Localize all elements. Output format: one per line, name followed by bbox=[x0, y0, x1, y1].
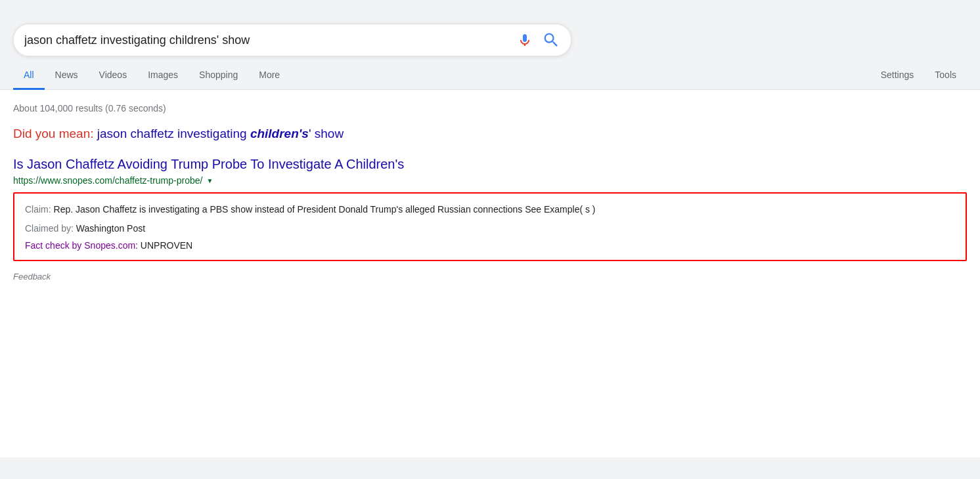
search-bar-wrapper bbox=[0, 13, 980, 56]
nav-tabs: All News Videos Images Shopping More Set… bbox=[0, 62, 980, 90]
microphone-icon[interactable] bbox=[517, 32, 533, 48]
tab-news[interactable]: News bbox=[45, 62, 89, 90]
tab-videos[interactable]: Videos bbox=[89, 62, 138, 90]
search-icons bbox=[517, 31, 560, 49]
did-you-mean-label: Did you mean: bbox=[13, 127, 94, 140]
fact-check-link[interactable]: Fact check by Snopes.com: bbox=[25, 240, 138, 251]
fact-check-box: Claim: Rep. Jason Chaffetz is investigat… bbox=[13, 192, 967, 261]
claimed-by-label: Claimed by: bbox=[25, 223, 74, 234]
tab-shopping[interactable]: Shopping bbox=[189, 62, 248, 90]
search-icon[interactable] bbox=[542, 31, 560, 49]
tab-tools[interactable]: Tools bbox=[924, 62, 967, 90]
search-input[interactable] bbox=[24, 33, 517, 47]
fact-check-value: UNPROVEN bbox=[138, 240, 192, 251]
did-you-mean-link[interactable]: jason chaffetz investigating children's'… bbox=[97, 127, 344, 140]
claim-label: Claim: bbox=[25, 204, 51, 215]
result-url-row: https://www.snopes.com/chaffetz-trump-pr… bbox=[13, 175, 967, 186]
result-dropdown-arrow[interactable]: ▼ bbox=[206, 177, 213, 184]
tab-settings[interactable]: Settings bbox=[870, 62, 925, 90]
main-content: About 104,000 results (0.76 seconds) Did… bbox=[0, 90, 980, 457]
claimed-by-text: Claimed by: Washington Post bbox=[25, 223, 955, 234]
search-box bbox=[13, 24, 571, 56]
claim-text: Claim: Rep. Jason Chaffetz is investigat… bbox=[25, 203, 955, 217]
did-you-mean-bold: children's bbox=[250, 127, 309, 140]
result-title[interactable]: Is Jason Chaffetz Avoiding Trump Probe T… bbox=[13, 156, 967, 173]
did-you-mean: Did you mean: jason chaffetz investigati… bbox=[13, 127, 967, 141]
fact-check-line: Fact check by Snopes.com: UNPROVEN bbox=[25, 240, 955, 251]
tab-more[interactable]: More bbox=[248, 62, 290, 90]
did-you-mean-suffix: ' show bbox=[309, 127, 344, 140]
tab-images[interactable]: Images bbox=[137, 62, 189, 90]
feedback-link[interactable]: Feedback bbox=[13, 272, 967, 281]
results-count: About 104,000 results (0.76 seconds) bbox=[13, 103, 967, 114]
claim-body: Rep. Jason Chaffetz is investigating a P… bbox=[51, 204, 596, 215]
result-url: https://www.snopes.com/chaffetz-trump-pr… bbox=[13, 175, 202, 186]
did-you-mean-prefix: jason chaffetz investigating bbox=[97, 127, 250, 140]
claimed-by-value: Washington Post bbox=[74, 223, 145, 234]
search-result: Is Jason Chaffetz Avoiding Trump Probe T… bbox=[13, 156, 967, 281]
tab-all[interactable]: All bbox=[13, 62, 45, 90]
